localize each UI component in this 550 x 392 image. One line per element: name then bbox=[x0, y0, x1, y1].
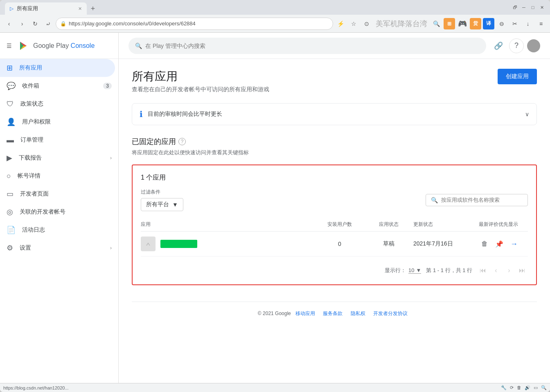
active-tab[interactable]: ▷ 所有应用 ✕ bbox=[5, 2, 87, 15]
status-icon-5[interactable]: ▭ bbox=[534, 385, 538, 390]
apps-icon[interactable]: ⊞ bbox=[444, 18, 455, 29]
copyright: © 2021 Google bbox=[258, 311, 291, 316]
row-actions: 🗑 📌 → bbox=[479, 238, 528, 250]
platform-filter[interactable]: 所有平台 ▼ bbox=[141, 198, 183, 211]
page-header: 所有应用 查看您在自己的开发者帐号中可访问的所有应用和游戏 创建应用 bbox=[132, 69, 537, 93]
sidebar-item-label-all-apps: 所有应用 bbox=[19, 64, 42, 72]
menu-icon[interactable]: ≡ bbox=[535, 18, 547, 29]
sidebar-item-label-inbox: 收件箱 bbox=[22, 82, 39, 90]
hamburger-menu[interactable]: ☰ bbox=[7, 43, 12, 49]
footer-link-developer[interactable]: 开发者分发协议 bbox=[373, 311, 408, 316]
sidebar-item-reports[interactable]: ▶ 下载报告 › bbox=[0, 149, 118, 167]
sidebar-item-all-apps[interactable]: ⊞ 所有应用 bbox=[0, 59, 115, 77]
first-page-button[interactable]: ⏮ bbox=[477, 265, 489, 276]
secure-icon: 🔒 bbox=[60, 21, 66, 27]
search-bar[interactable]: 🔍 bbox=[128, 38, 486, 54]
footer-link-mobile[interactable]: 移动应用 bbox=[295, 311, 315, 316]
status-icon-1[interactable]: 🔧 bbox=[501, 385, 507, 390]
minimize-button[interactable]: ─ bbox=[521, 4, 527, 11]
new-tab-button[interactable]: + bbox=[87, 2, 99, 15]
maximize-button[interactable]: □ bbox=[530, 4, 536, 11]
pinned-help-icon[interactable]: ? bbox=[178, 138, 186, 145]
orders-icon: ▬ bbox=[7, 136, 14, 144]
pagination: 显示行： 10 ▼ 第 1 - 1 行，共 1 行 ⏮ ‹ › bbox=[141, 261, 528, 276]
status-icon-6[interactable]: 🔍 bbox=[541, 385, 547, 390]
reload-button[interactable]: ↻ bbox=[29, 18, 41, 29]
footer-link-privacy[interactable]: 隐私权 bbox=[351, 311, 365, 316]
platform-filter-text: 所有平台 bbox=[146, 201, 169, 208]
prev-page-button[interactable]: ‹ bbox=[490, 265, 502, 276]
url-bar[interactable]: 🔒 https://play.google.com/console/u/0/de… bbox=[56, 18, 333, 30]
bookmark-icon[interactable]: ☆ bbox=[348, 18, 359, 29]
sidebar-item-settings[interactable]: ⚙ 设置 › bbox=[0, 239, 118, 257]
inbox-icon: 💬 bbox=[7, 81, 16, 90]
address-bar: ‹ › ↻ ⤾ 🔒 https://play.google.com/consol… bbox=[0, 15, 550, 33]
forward-button[interactable]: › bbox=[16, 18, 28, 29]
installs-cell: 0 bbox=[315, 241, 364, 247]
home-button[interactable]: ⤾ bbox=[43, 18, 54, 29]
next-page-button[interactable]: › bbox=[503, 265, 515, 276]
translate-icon[interactable]: 译 bbox=[483, 18, 494, 29]
download-icon[interactable]: ↓ bbox=[522, 18, 534, 29]
developer-page-icon: ▭ bbox=[7, 189, 14, 198]
sidebar-header: ☰ Google Play Console bbox=[0, 33, 118, 59]
sidebar-item-orders[interactable]: ▬ 订单管理 bbox=[0, 131, 118, 149]
top-search-bar: 🔍 🔗 ? bbox=[119, 33, 550, 59]
sidebar-item-activity-log[interactable]: 📄 活动日志 bbox=[0, 221, 118, 239]
search-bar-icon: 🔍 bbox=[135, 43, 142, 49]
navigate-icon[interactable]: → bbox=[508, 238, 520, 250]
sidebar-item-policy[interactable]: 🛡 政策状态 bbox=[0, 95, 118, 113]
gpc-logo: Google Play Console bbox=[17, 39, 95, 52]
help-icon[interactable]: ? bbox=[509, 38, 524, 53]
app-search[interactable]: 🔍 bbox=[426, 194, 528, 206]
top-icons: 🔗 ? bbox=[491, 38, 540, 53]
tab-bar: ▷ 所有应用 ✕ + bbox=[5, 0, 508, 15]
link-icon[interactable]: 🔗 bbox=[491, 38, 506, 53]
sidebar-item-inbox[interactable]: 💬 收件箱 3 bbox=[0, 77, 118, 95]
app-search-input[interactable] bbox=[441, 197, 523, 203]
scissors-icon[interactable]: ✂ bbox=[509, 18, 521, 29]
shop-icon[interactable]: 货 bbox=[470, 18, 481, 29]
restore-button[interactable]: 🗗 bbox=[512, 4, 518, 11]
notice-expand-button[interactable]: ∨ bbox=[525, 111, 529, 117]
pinned-section-subtitle: 将应用固定在此处以便快速访问并查看其关键指标 bbox=[132, 149, 537, 156]
col-app: 应用 bbox=[141, 221, 315, 228]
status-bar: https://blog.csdn.net/han12020... 🔧 ⟳ 🗑 … bbox=[0, 383, 550, 392]
minus-icon[interactable]: ⊖ bbox=[496, 18, 507, 29]
page-size-value: 10 bbox=[408, 267, 414, 273]
avatar[interactable] bbox=[527, 39, 540, 52]
profile-icon[interactable]: ⊙ bbox=[361, 18, 372, 29]
browser-window: ▷ 所有应用 ✕ + 🗗 ─ □ ✕ ‹ › ↻ ⤾ 🔒 https://pla… bbox=[0, 0, 550, 392]
sidebar-item-account[interactable]: ○ 帐号详情 bbox=[0, 167, 118, 185]
url-text: https://play.google.com/console/u/0/deve… bbox=[69, 20, 196, 27]
game-icon[interactable]: 🎮 bbox=[457, 18, 468, 29]
last-page-button[interactable]: ⏭ bbox=[516, 265, 528, 276]
sidebar-item-developer-page[interactable]: ▭ 开发者页面 bbox=[0, 185, 118, 203]
create-app-button[interactable]: 创建应用 bbox=[498, 69, 537, 84]
main-content: 🔍 🔗 ? 所有应用 查看您在自己的开发者帐号 bbox=[119, 33, 550, 383]
search-icon[interactable]: 🔍 bbox=[431, 18, 442, 29]
reports-expand-icon: › bbox=[110, 155, 112, 161]
sidebar-item-linked-accounts[interactable]: ◎ 关联的开发者帐号 bbox=[0, 203, 118, 221]
app-search-icon: 🔍 bbox=[431, 197, 438, 203]
sidebar-item-users[interactable]: 👤 用户和权限 bbox=[0, 113, 118, 131]
pin-icon[interactable]: 📌 bbox=[494, 238, 505, 250]
notice-info-icon: ℹ bbox=[140, 109, 143, 119]
page-size-select[interactable]: 10 ▼ bbox=[408, 267, 421, 274]
delete-icon[interactable]: 🗑 bbox=[479, 238, 490, 250]
inbox-badge: 3 bbox=[103, 83, 112, 89]
lightning-icon[interactable]: ⚡ bbox=[335, 18, 346, 29]
close-button[interactable]: ✕ bbox=[539, 4, 545, 11]
title-bar: ▷ 所有应用 ✕ + 🗗 ─ □ ✕ bbox=[0, 0, 550, 15]
sidebar: ☰ Google Play Console bbox=[0, 33, 119, 383]
pinned-section-title: 已固定的应用 ? bbox=[132, 137, 537, 146]
footer-link-terms[interactable]: 服务条款 bbox=[323, 311, 343, 316]
platform-filter-chevron: ▼ bbox=[172, 201, 178, 208]
status-icon-4[interactable]: 🔊 bbox=[525, 385, 530, 390]
status-icon-3[interactable]: 🗑 bbox=[517, 385, 521, 390]
status-icon-2[interactable]: ⟳ bbox=[510, 385, 514, 390]
settings-expand-icon: › bbox=[110, 245, 112, 251]
search-input[interactable] bbox=[145, 43, 480, 49]
back-button[interactable]: ‹ bbox=[3, 18, 15, 29]
tab-close-button[interactable]: ✕ bbox=[78, 6, 82, 11]
